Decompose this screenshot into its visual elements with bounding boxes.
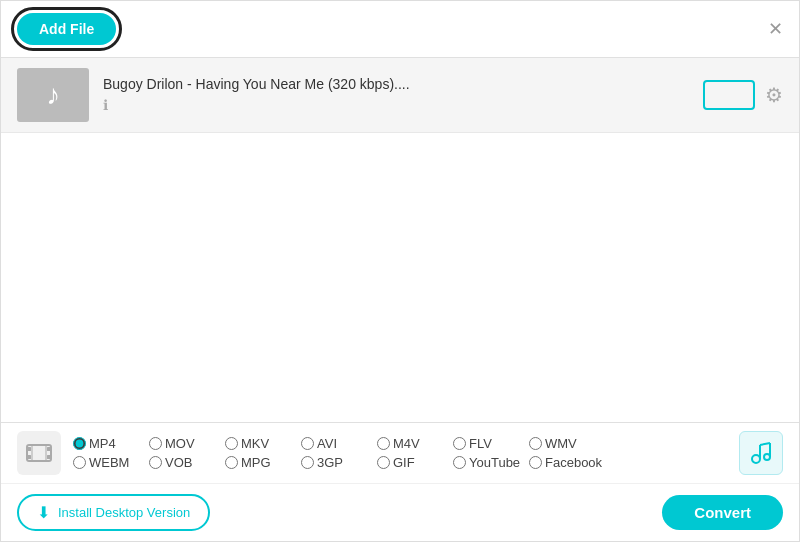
- format-radio-gif[interactable]: [377, 456, 390, 469]
- file-name: Bugoy Drilon - Having You Near Me (320 k…: [103, 76, 703, 92]
- format-radio-m4v[interactable]: [377, 437, 390, 450]
- format-option-wmv[interactable]: WMV: [529, 436, 601, 451]
- format-option-mpg[interactable]: MPG: [225, 455, 297, 470]
- format-label-mov: MOV: [165, 436, 195, 451]
- format-radio-mp4[interactable]: [73, 437, 86, 450]
- format-row-2: WEBMVOBMPG3GPGIFYouTubeFacebook: [73, 455, 731, 470]
- format-option-mov[interactable]: MOV: [149, 436, 221, 451]
- format-radio-youtube[interactable]: [453, 456, 466, 469]
- format-music-icon-box[interactable]: [739, 431, 783, 475]
- format-label-flv: FLV: [469, 436, 492, 451]
- preview-button[interactable]: [703, 80, 755, 110]
- format-option-facebook[interactable]: Facebook: [529, 455, 602, 470]
- format-label-3gp: 3GP: [317, 455, 343, 470]
- format-video-icon-box: [17, 431, 61, 475]
- action-bar: ⬇ Install Desktop Version Convert: [1, 484, 799, 541]
- format-radio-wmv[interactable]: [529, 437, 542, 450]
- format-option-gif[interactable]: GIF: [377, 455, 449, 470]
- music-icon: [748, 440, 774, 466]
- svg-line-10: [760, 443, 770, 445]
- file-thumbnail: ♪: [17, 68, 89, 122]
- format-radio-avi[interactable]: [301, 437, 314, 450]
- format-label-webm: WEBM: [89, 455, 129, 470]
- format-label-m4v: M4V: [393, 436, 420, 451]
- info-icon[interactable]: ℹ: [103, 97, 108, 113]
- add-file-button[interactable]: Add File: [17, 13, 116, 45]
- format-option-m4v[interactable]: M4V: [377, 436, 449, 451]
- format-radio-vob[interactable]: [149, 456, 162, 469]
- format-row: MP4MOVMKVAVIM4VFLVWMV WEBMVOBMPG3GPGIFYo…: [1, 423, 799, 484]
- format-option-flv[interactable]: FLV: [453, 436, 525, 451]
- format-radio-facebook[interactable]: [529, 456, 542, 469]
- svg-rect-3: [47, 447, 51, 451]
- music-note-icon: ♪: [46, 81, 60, 109]
- download-icon: ⬇: [37, 503, 50, 522]
- format-grid: MP4MOVMKVAVIM4VFLVWMV WEBMVOBMPG3GPGIFYo…: [73, 436, 731, 470]
- main-content: [1, 133, 799, 463]
- format-label-gif: GIF: [393, 455, 415, 470]
- settings-icon[interactable]: ⚙: [765, 83, 783, 107]
- format-radio-mkv[interactable]: [225, 437, 238, 450]
- filmstrip-icon: [25, 439, 53, 467]
- svg-point-7: [752, 455, 760, 463]
- format-row-1: MP4MOVMKVAVIM4VFLVWMV: [73, 436, 731, 451]
- format-option-vob[interactable]: VOB: [149, 455, 221, 470]
- format-label-wmv: WMV: [545, 436, 577, 451]
- format-radio-mpg[interactable]: [225, 456, 238, 469]
- format-radio-mov[interactable]: [149, 437, 162, 450]
- format-label-mp4: MP4: [89, 436, 116, 451]
- format-radio-3gp[interactable]: [301, 456, 314, 469]
- install-desktop-button[interactable]: ⬇ Install Desktop Version: [17, 494, 210, 531]
- top-bar: Add File ✕: [1, 1, 799, 58]
- install-label: Install Desktop Version: [58, 505, 190, 520]
- format-option-mkv[interactable]: MKV: [225, 436, 297, 451]
- svg-rect-1: [27, 447, 31, 451]
- svg-rect-2: [27, 455, 31, 459]
- format-label-facebook: Facebook: [545, 455, 602, 470]
- file-actions: ⚙: [703, 80, 783, 110]
- format-label-mkv: MKV: [241, 436, 269, 451]
- file-info: Bugoy Drilon - Having You Near Me (320 k…: [103, 76, 703, 114]
- svg-rect-4: [47, 455, 51, 459]
- format-label-avi: AVI: [317, 436, 337, 451]
- format-label-mpg: MPG: [241, 455, 271, 470]
- format-radio-flv[interactable]: [453, 437, 466, 450]
- format-option-webm[interactable]: WEBM: [73, 455, 145, 470]
- file-row: ♪ Bugoy Drilon - Having You Near Me (320…: [1, 58, 799, 133]
- format-option-mp4[interactable]: MP4: [73, 436, 145, 451]
- format-radio-webm[interactable]: [73, 456, 86, 469]
- format-label-vob: VOB: [165, 455, 192, 470]
- format-option-youtube[interactable]: YouTube: [453, 455, 525, 470]
- format-label-youtube: YouTube: [469, 455, 520, 470]
- convert-button[interactable]: Convert: [662, 495, 783, 530]
- format-panel: MP4MOVMKVAVIM4VFLVWMV WEBMVOBMPG3GPGIFYo…: [1, 422, 799, 541]
- format-option-avi[interactable]: AVI: [301, 436, 373, 451]
- format-option-3gp[interactable]: 3GP: [301, 455, 373, 470]
- close-button[interactable]: ✕: [768, 20, 783, 38]
